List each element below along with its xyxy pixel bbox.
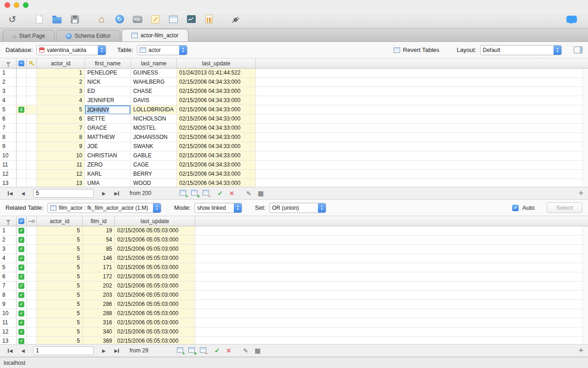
first-name-cell[interactable]: JOHNNY (85, 105, 131, 114)
minimize-window-button[interactable] (14, 2, 19, 8)
first-name-cell[interactable]: KARL (85, 170, 131, 178)
vertical-scrollbar[interactable] (582, 69, 588, 187)
row-linked-cell[interactable]: ✓ (17, 263, 27, 272)
prev-record-button[interactable]: ◀ (17, 346, 28, 355)
splitter-handle[interactable]: ✛ (579, 347, 583, 354)
first-name-cell[interactable]: PENELOPE (85, 69, 131, 77)
table-row[interactable]: 8 8 MATTHEW JOHANSSON 02/15/2006 04:34:3… (0, 133, 588, 142)
table-row[interactable]: 5 ✓ 5 171 02/15/2006 05:05:03:000 (0, 263, 588, 272)
row-linked-cell[interactable]: ✓ (17, 254, 27, 263)
record-position-input[interactable] (33, 346, 94, 355)
edit-record-button[interactable]: ✎ (246, 190, 251, 197)
first-name-cell[interactable]: UMA (85, 179, 131, 187)
column-header-first-name[interactable]: first_name (85, 58, 131, 68)
save-button[interactable] (69, 13, 81, 25)
row-linked-cell[interactable]: ✓ (17, 226, 27, 235)
table-row[interactable]: 1 ✓ 5 19 02/15/2006 05:05:03:000 (0, 226, 588, 236)
row-select-cell[interactable] (17, 124, 27, 132)
database-select[interactable]: valentina_sakila ▲▼ (36, 45, 106, 55)
discard-changes-button[interactable]: ✕ (229, 190, 234, 197)
table-row[interactable]: 4 4 JENNIFER DAVIS 02/15/2006 04:34:33:0… (0, 96, 588, 105)
schema-editor-button[interactable]: ↻ (113, 13, 125, 25)
chart-button[interactable] (185, 13, 197, 25)
add-record-button[interactable]: + (177, 347, 183, 354)
tab-start-page[interactable]: ⌂ Start Page (3, 30, 55, 41)
last-record-button[interactable]: ▶ (111, 346, 122, 355)
row-select-cell[interactable] (17, 78, 27, 86)
first-name-cell[interactable]: CHRISTIAN (85, 151, 131, 160)
new-document-button[interactable] (33, 13, 45, 25)
row-select-cell[interactable] (17, 170, 27, 178)
undo-button[interactable]: ↺ (6, 13, 18, 25)
table-row[interactable]: 1 1 PENELOPE GUINESS 01/24/2013 01:41:44… (0, 69, 588, 78)
prev-record-button[interactable]: ◀ (17, 189, 28, 198)
row-linked-cell[interactable]: ✓ (17, 337, 27, 344)
set-select[interactable]: OR (union) ▲▼ (269, 203, 326, 213)
table-row[interactable]: 2 2 NICK WAHLBERG 02/15/2006 04:34:33:00… (0, 78, 588, 87)
column-header-last-update[interactable]: last_update (115, 216, 195, 226)
open-button[interactable] (51, 13, 63, 25)
tab-actor-film-actor[interactable]: actor-film_actor (122, 29, 188, 41)
diagram-button[interactable] (149, 13, 161, 25)
auto-checkbox[interactable]: ✓ (512, 205, 519, 211)
related-table-select[interactable]: film_actor : fk_film_actor_actor (1:M) ▲… (47, 203, 161, 213)
report-button[interactable] (203, 13, 215, 25)
table-row[interactable]: 6 6 BETTE NICHOLSON 02/15/2006 04:34:33:… (0, 115, 588, 124)
delete-record-button[interactable]: − (203, 190, 209, 197)
refresh-records-button[interactable]: ▾ (191, 190, 198, 197)
row-select-cell[interactable] (17, 151, 27, 160)
table-row[interactable]: 12 ✓ 5 340 02/15/2006 05:05:03:000 (0, 328, 588, 337)
row-linked-cell[interactable]: ✓ (17, 309, 27, 318)
first-name-cell[interactable]: GRACE (85, 124, 131, 132)
first-record-button[interactable]: ◀ (5, 346, 16, 355)
accept-changes-button[interactable]: ✓ (215, 347, 220, 354)
table-row[interactable]: 12 12 KARL BERRY 02/15/2006 04:34:33:000 (0, 170, 588, 179)
row-select-cell[interactable] (17, 115, 27, 123)
table-row[interactable]: 10 ✓ 5 288 02/15/2006 05:05:03:000 (0, 309, 588, 318)
row-linked-cell[interactable]: ✓ (17, 272, 27, 281)
table-row[interactable]: 6 ✓ 5 172 02/15/2006 05:05:03:000 (0, 272, 588, 282)
row-linked-cell[interactable]: ✓ (17, 318, 27, 327)
filter-header-cell[interactable] (0, 216, 17, 226)
toggle-panel-icon[interactable] (574, 46, 582, 53)
layout-select[interactable]: Default ▲▼ (480, 45, 562, 55)
column-header-actor-id[interactable]: actor_id (37, 58, 85, 68)
first-name-cell[interactable]: ED (85, 87, 131, 96)
data-editor-button[interactable] (167, 13, 179, 25)
table-row[interactable]: 11 ✓ 5 316 02/15/2006 05:05:03:000 (0, 318, 588, 328)
column-header-last-update[interactable]: last_update (177, 58, 256, 68)
row-select-cell[interactable] (17, 161, 27, 169)
table-row[interactable]: 7 7 GRACE MOSTEL 02/15/2006 04:34:33:000 (0, 124, 588, 133)
discard-changes-button[interactable]: ✕ (226, 347, 231, 354)
row-select-cell[interactable] (17, 69, 27, 77)
next-record-button[interactable]: ▶ (98, 189, 109, 198)
table-row[interactable]: 3 3 ED CHASE 02/15/2006 04:34:33:000 (0, 87, 588, 96)
column-header-last-name[interactable]: last_name (131, 58, 177, 68)
table-row[interactable]: 3 ✓ 5 85 02/15/2006 05:05:03:000 (0, 245, 588, 254)
row-select-cell[interactable] (17, 142, 27, 151)
select-all-checkbox[interactable]: ✓ (17, 216, 27, 226)
start-page-button[interactable]: ⌂ (96, 13, 107, 25)
sql-editor-button[interactable]: SQL (131, 13, 143, 25)
splitter-handle[interactable]: ✛ (579, 190, 583, 196)
close-window-button[interactable] (5, 2, 10, 8)
feedback-chat-icon[interactable] (566, 16, 577, 23)
table-row[interactable]: 2 ✓ 5 54 02/15/2006 05:05:03:000 (0, 236, 588, 245)
last-record-button[interactable]: ▶ (111, 189, 122, 198)
first-record-button[interactable]: ◀ (5, 189, 16, 198)
row-select-cell[interactable]: 1 (17, 105, 27, 114)
add-record-button[interactable]: + (180, 190, 186, 197)
first-name-cell[interactable]: ZERO (85, 161, 131, 169)
table-row[interactable]: 5 1 5 JOHNNY LOLLOBRIGIDA 02/15/2006 04:… (0, 105, 588, 115)
table-row[interactable]: 11 11 ZERO CAGE 02/15/2006 04:34:33:000 (0, 161, 588, 170)
row-select-cell[interactable] (17, 133, 27, 142)
edit-record-button[interactable]: ✎ (243, 347, 248, 354)
first-name-cell[interactable]: BETTE (85, 115, 131, 123)
row-linked-cell[interactable]: ✓ (17, 300, 27, 309)
filter-header-cell[interactable] (0, 58, 17, 68)
vertical-scrollbar[interactable] (582, 226, 588, 344)
select-button[interactable]: Select (547, 202, 582, 213)
row-select-cell[interactable] (17, 87, 27, 96)
record-position-input[interactable] (33, 189, 94, 198)
table-row[interactable]: 7 ✓ 5 202 02/15/2006 05:05:03:000 (0, 282, 588, 291)
